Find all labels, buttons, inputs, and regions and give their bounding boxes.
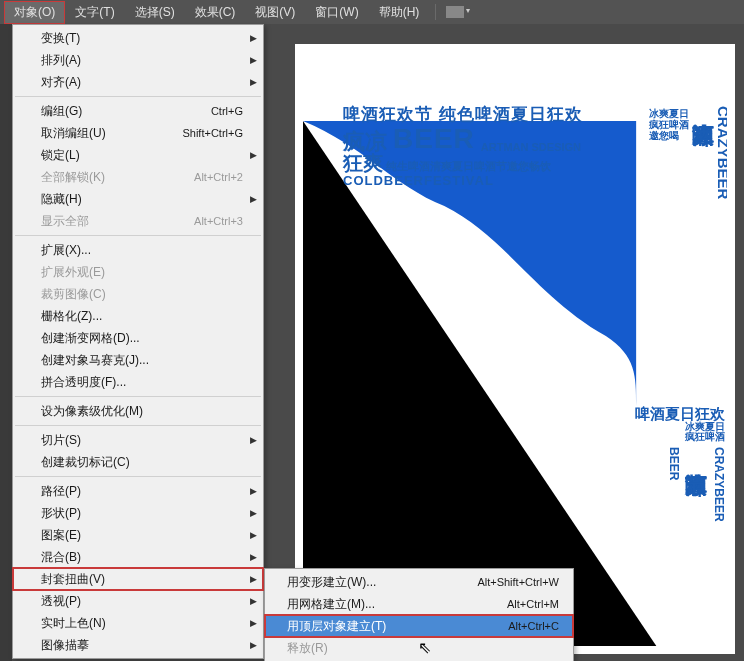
workspace-switcher[interactable]	[446, 6, 464, 18]
object-menu-item-24[interactable]: 路径(P)▶	[13, 480, 263, 502]
submenu-arrow-icon: ▶	[250, 596, 257, 606]
menu-item-label: 图案(E)	[41, 527, 81, 544]
canvas[interactable]: 啤酒狂欢节 纯色啤酒夏日狂欢 疯凉 BEER ARTMAN SDESIGN 狂爽…	[265, 24, 744, 661]
object-menu-item-26[interactable]: 图案(E)▶	[13, 524, 263, 546]
menu-shortcut: Alt+Ctrl+M	[507, 598, 559, 610]
menu-item-label: 路径(P)	[41, 483, 81, 500]
menu-effect[interactable]: 效果(C)	[185, 1, 246, 24]
envelope-menu-item-3: 释放(R)	[265, 637, 573, 659]
object-menu-item-16[interactable]: 创建对象马赛克(J)...	[13, 349, 263, 371]
submenu-arrow-icon: ▶	[250, 33, 257, 43]
object-menu-item-9: 显示全部Alt+Ctrl+3	[13, 210, 263, 232]
object-menu-item-12: 扩展外观(E)	[13, 261, 263, 283]
menu-separator	[15, 476, 261, 477]
object-menu: 变换(T)▶排列(A)▶对齐(A)▶编组(G)Ctrl+G取消编组(U)Shif…	[12, 24, 264, 659]
artboard: 啤酒狂欢节 纯色啤酒夏日狂欢 疯凉 BEER ARTMAN SDESIGN 狂爽…	[295, 44, 735, 654]
object-menu-item-2[interactable]: 对齐(A)▶	[13, 71, 263, 93]
submenu-arrow-icon: ▶	[250, 77, 257, 87]
menu-separator	[15, 425, 261, 426]
menu-item-label: 设为像素级优化(M)	[41, 403, 143, 420]
menu-item-label: 隐藏(H)	[41, 191, 82, 208]
menu-separator	[15, 96, 261, 97]
menu-separator	[15, 235, 261, 236]
object-menu-item-13: 裁剪图像(C)	[13, 283, 263, 305]
object-menu-item-22[interactable]: 创建裁切标记(C)	[13, 451, 263, 473]
menu-item-label: 用顶层对象建立(T)	[287, 618, 386, 635]
menu-item-label: 裁剪图像(C)	[41, 286, 106, 303]
object-menu-item-11[interactable]: 扩展(X)...	[13, 239, 263, 261]
menu-item-label: 用网格建立(M)...	[287, 596, 375, 613]
menu-item-label: 变换(T)	[41, 30, 80, 47]
envelope-menu-item-1[interactable]: 用网格建立(M)...Alt+Ctrl+M	[265, 593, 573, 615]
object-menu-item-30[interactable]: 实时上色(N)▶	[13, 612, 263, 634]
menu-item-label: 编组(G)	[41, 103, 82, 120]
menu-item-label: 封套扭曲(V)	[41, 571, 105, 588]
menu-item-label: 全部解锁(K)	[41, 169, 105, 186]
menu-item-label: 创建对象马赛克(J)...	[41, 352, 149, 369]
menu-shortcut: Ctrl+G	[211, 105, 243, 117]
menu-shortcut: Alt+Ctrl+3	[194, 215, 243, 227]
object-menu-item-1[interactable]: 排列(A)▶	[13, 49, 263, 71]
envelope-distort-submenu: 用变形建立(W)...Alt+Shift+Ctrl+W用网格建立(M)...Al…	[264, 568, 574, 661]
object-menu-item-27[interactable]: 混合(B)▶	[13, 546, 263, 568]
object-menu-item-6[interactable]: 锁定(L)▶	[13, 144, 263, 166]
submenu-arrow-icon: ▶	[250, 552, 257, 562]
submenu-arrow-icon: ▶	[250, 640, 257, 650]
object-menu-item-29[interactable]: 透视(P)▶	[13, 590, 263, 612]
menu-item-label: 锁定(L)	[41, 147, 80, 164]
menu-item-label: 创建渐变网格(D)...	[41, 330, 140, 347]
submenu-arrow-icon: ▶	[250, 618, 257, 628]
poster-text-top: 啤酒狂欢节 纯色啤酒夏日狂欢 疯凉 BEER ARTMAN SDESIGN 狂爽…	[343, 106, 717, 188]
object-menu-item-4[interactable]: 编组(G)Ctrl+G	[13, 100, 263, 122]
menu-item-label: 拼合透明度(F)...	[41, 374, 126, 391]
menu-item-label: 实时上色(N)	[41, 615, 106, 632]
menu-item-label: 排列(A)	[41, 52, 81, 69]
menu-item-label: 混合(B)	[41, 549, 81, 566]
menu-type[interactable]: 文字(T)	[65, 1, 124, 24]
object-menu-item-0[interactable]: 变换(T)▶	[13, 27, 263, 49]
menu-select[interactable]: 选择(S)	[125, 1, 185, 24]
menubar: 对象(O) 文字(T) 选择(S) 效果(C) 视图(V) 窗口(W) 帮助(H…	[0, 0, 744, 24]
submenu-arrow-icon: ▶	[250, 508, 257, 518]
menu-help[interactable]: 帮助(H)	[369, 1, 430, 24]
menu-item-label: 显示全部	[41, 213, 89, 230]
menu-item-label: 透视(P)	[41, 593, 81, 610]
menu-item-label: 图像描摹	[41, 637, 89, 654]
object-menu-item-8[interactable]: 隐藏(H)▶	[13, 188, 263, 210]
menu-item-label: 创建裁切标记(C)	[41, 454, 130, 471]
submenu-arrow-icon: ▶	[250, 55, 257, 65]
object-menu-item-7: 全部解锁(K)Alt+Ctrl+2	[13, 166, 263, 188]
object-menu-item-14[interactable]: 栅格化(Z)...	[13, 305, 263, 327]
menu-item-label: 对齐(A)	[41, 74, 81, 91]
menu-shortcut: Shift+Ctrl+G	[182, 127, 243, 139]
poster-text-bottom: 啤酒夏日狂欢 冰爽夏日 疯狂啤酒 BEER 冰爽啤酒节 CRAZYBEER	[635, 406, 725, 521]
menu-shortcut: Alt+Ctrl+C	[508, 620, 559, 632]
object-menu-item-19[interactable]: 设为像素级优化(M)	[13, 400, 263, 422]
menu-window[interactable]: 窗口(W)	[305, 1, 368, 24]
menu-view[interactable]: 视图(V)	[245, 1, 305, 24]
menu-item-label: 切片(S)	[41, 432, 81, 449]
menu-shortcut: Alt+Shift+Ctrl+W	[477, 576, 559, 588]
submenu-arrow-icon: ▶	[250, 574, 257, 584]
object-menu-item-25[interactable]: 形状(P)▶	[13, 502, 263, 524]
submenu-arrow-icon: ▶	[250, 194, 257, 204]
object-menu-item-21[interactable]: 切片(S)▶	[13, 429, 263, 451]
menu-separator	[15, 396, 261, 397]
object-menu-item-28[interactable]: 封套扭曲(V)▶	[13, 568, 263, 590]
menu-item-label: 扩展外观(E)	[41, 264, 105, 281]
menu-item-label: 扩展(X)...	[41, 242, 91, 259]
submenu-arrow-icon: ▶	[250, 435, 257, 445]
object-menu-item-31[interactable]: 图像描摹▶	[13, 634, 263, 656]
menu-item-label: 取消编组(U)	[41, 125, 106, 142]
separator	[435, 4, 436, 20]
envelope-menu-item-2[interactable]: 用顶层对象建立(T)Alt+Ctrl+C	[265, 615, 573, 637]
left-toolstrip	[0, 24, 12, 661]
object-menu-item-15[interactable]: 创建渐变网格(D)...	[13, 327, 263, 349]
submenu-arrow-icon: ▶	[250, 486, 257, 496]
menu-object[interactable]: 对象(O)	[4, 1, 65, 24]
menu-item-label: 释放(R)	[287, 640, 328, 657]
object-menu-item-5[interactable]: 取消编组(U)Shift+Ctrl+G	[13, 122, 263, 144]
menu-item-label: 栅格化(Z)...	[41, 308, 102, 325]
envelope-menu-item-0[interactable]: 用变形建立(W)...Alt+Shift+Ctrl+W	[265, 571, 573, 593]
object-menu-item-17[interactable]: 拼合透明度(F)...	[13, 371, 263, 393]
